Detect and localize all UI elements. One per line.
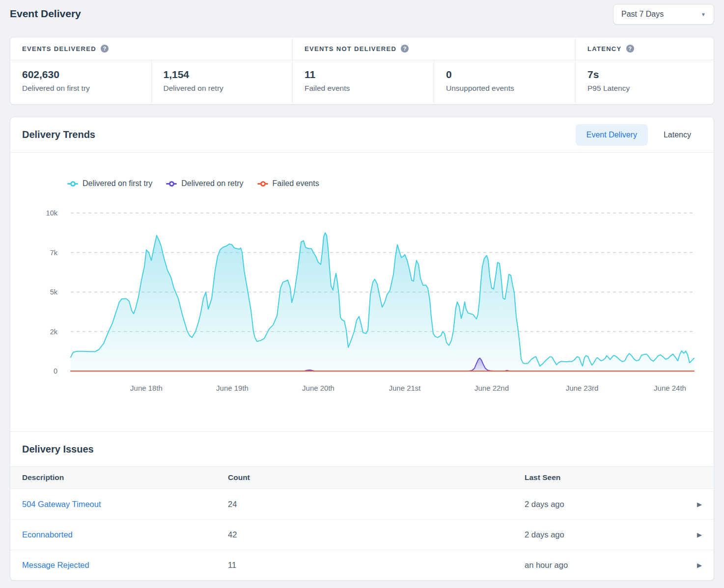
delivery-trends-header: Delivery Trends Event Delivery Latency xyxy=(10,117,714,153)
legend-item-first-try[interactable]: Delivered on first try xyxy=(67,179,152,188)
chevron-right-icon[interactable]: ▶ xyxy=(687,531,702,538)
help-icon[interactable]: ? xyxy=(101,45,109,53)
metric-delivered-first-try: 602,630 Delivered on first try xyxy=(10,60,151,104)
svg-text:June 24th: June 24th xyxy=(654,384,686,392)
legend-marker-icon xyxy=(67,181,78,187)
chevron-right-icon[interactable]: ▶ xyxy=(687,561,702,569)
metric-label: Delivered on retry xyxy=(164,84,293,93)
svg-text:June 22nd: June 22nd xyxy=(474,384,509,392)
metric-label: P95 Latency xyxy=(587,84,714,93)
page-header: Event Delivery Past 7 Days ▼ xyxy=(0,0,724,37)
delivery-issues-title: Delivery Issues xyxy=(22,444,94,455)
issue-count: 24 xyxy=(228,500,525,509)
legend-label: Failed events xyxy=(273,179,319,188)
svg-text:June 20th: June 20th xyxy=(302,384,334,392)
legend-marker-icon xyxy=(166,181,177,187)
time-range-value: Past 7 Days xyxy=(621,10,664,19)
stat-group-label: EVENTS DELIVERED xyxy=(22,45,96,53)
help-icon[interactable]: ? xyxy=(626,45,634,53)
legend-item-failed[interactable]: Failed events xyxy=(257,179,319,188)
column-description: Description xyxy=(22,473,228,482)
trend-area-chart: 02k5k7k10kJune 18thJune 19thJune 20thJun… xyxy=(10,199,715,401)
tab-latency[interactable]: Latency xyxy=(653,124,702,146)
metric-failed-events: 11 Failed events xyxy=(293,60,434,104)
time-range-select[interactable]: Past 7 Days ▼ xyxy=(613,4,714,25)
delivery-trends-chart: Delivered on first try Delivered on retr… xyxy=(10,153,714,431)
column-count: Count xyxy=(228,473,525,482)
stat-group-latency: LATENCY ? 7s P95 Latency xyxy=(576,37,714,104)
stat-group-header: EVENTS NOT DELIVERED ? xyxy=(293,37,575,60)
issue-description-link[interactable]: 504 Gateway Timeout xyxy=(22,500,101,508)
issue-count: 11 xyxy=(228,561,525,570)
stat-group-label: LATENCY xyxy=(587,45,622,53)
metric-label: Unsupported events xyxy=(446,84,575,93)
issues-table-header: Description Count Last Seen xyxy=(10,466,714,489)
delivery-issues-header: Delivery Issues xyxy=(10,432,714,466)
stat-group-label: EVENTS NOT DELIVERED xyxy=(305,45,396,53)
tab-event-delivery[interactable]: Event Delivery xyxy=(576,124,648,146)
stat-group-events-delivered: EVENTS DELIVERED ? 602,630 Delivered on … xyxy=(10,37,293,104)
metric-label: Delivered on first try xyxy=(22,84,151,93)
table-row[interactable]: Econnaborted 42 2 days ago ▶ xyxy=(10,519,714,550)
metric-p95-latency: 7s P95 Latency xyxy=(576,60,714,104)
svg-text:7k: 7k xyxy=(50,249,58,257)
delivery-issues-section: Delivery Issues Description Count Last S… xyxy=(10,431,714,580)
table-row[interactable]: Message Rejected 11 an hour ago ▶ xyxy=(10,550,714,580)
legend-label: Delivered on retry xyxy=(181,179,243,188)
metric-value: 1,154 xyxy=(164,69,293,80)
metric-label: Failed events xyxy=(305,84,434,93)
chevron-down-icon: ▼ xyxy=(701,12,706,17)
metric-value: 7s xyxy=(587,69,714,80)
help-icon[interactable]: ? xyxy=(401,45,409,53)
svg-text:June 21st: June 21st xyxy=(389,384,421,392)
issue-description-link[interactable]: Message Rejected xyxy=(22,561,89,569)
legend-marker-icon xyxy=(257,181,268,187)
issue-last-seen: an hour ago xyxy=(525,561,687,570)
svg-text:0: 0 xyxy=(54,367,57,375)
svg-text:June 18th: June 18th xyxy=(130,384,163,392)
metric-value: 11 xyxy=(305,69,434,80)
svg-text:2k: 2k xyxy=(50,328,58,336)
legend-item-retry[interactable]: Delivered on retry xyxy=(166,179,243,188)
svg-text:5k: 5k xyxy=(50,288,58,296)
svg-text:June 23rd: June 23rd xyxy=(566,384,599,392)
metric-unsupported-events: 0 Unsupported events xyxy=(434,60,575,104)
column-last-seen: Last Seen xyxy=(525,473,687,482)
trends-tabs: Event Delivery Latency xyxy=(576,124,702,146)
metric-delivered-retry: 1,154 Delivered on retry xyxy=(151,60,293,104)
stat-group-events-not-delivered: EVENTS NOT DELIVERED ? 11 Failed events … xyxy=(293,37,576,104)
chart-legend: Delivered on first try Delivered on retr… xyxy=(67,179,319,188)
issue-description-link[interactable]: Econnaborted xyxy=(22,530,73,539)
issue-count: 42 xyxy=(228,530,525,539)
metric-value: 0 xyxy=(446,69,575,80)
chevron-right-icon[interactable]: ▶ xyxy=(687,501,702,508)
stats-summary-card: EVENTS DELIVERED ? 602,630 Delivered on … xyxy=(10,37,714,105)
delivery-trends-card: Delivery Trends Event Delivery Latency D… xyxy=(10,117,714,581)
stat-group-header: LATENCY ? xyxy=(576,37,714,60)
issue-last-seen: 2 days ago xyxy=(525,530,687,539)
delivery-trends-title: Delivery Trends xyxy=(22,129,95,140)
issue-last-seen: 2 days ago xyxy=(525,500,687,509)
svg-text:10k: 10k xyxy=(46,209,58,217)
page-title: Event Delivery xyxy=(10,8,81,20)
table-row[interactable]: 504 Gateway Timeout 24 2 days ago ▶ xyxy=(10,489,714,519)
legend-label: Delivered on first try xyxy=(83,179,152,188)
svg-text:June 19th: June 19th xyxy=(216,384,249,392)
metric-value: 602,630 xyxy=(22,69,151,80)
stat-group-header: EVENTS DELIVERED ? xyxy=(10,37,292,60)
